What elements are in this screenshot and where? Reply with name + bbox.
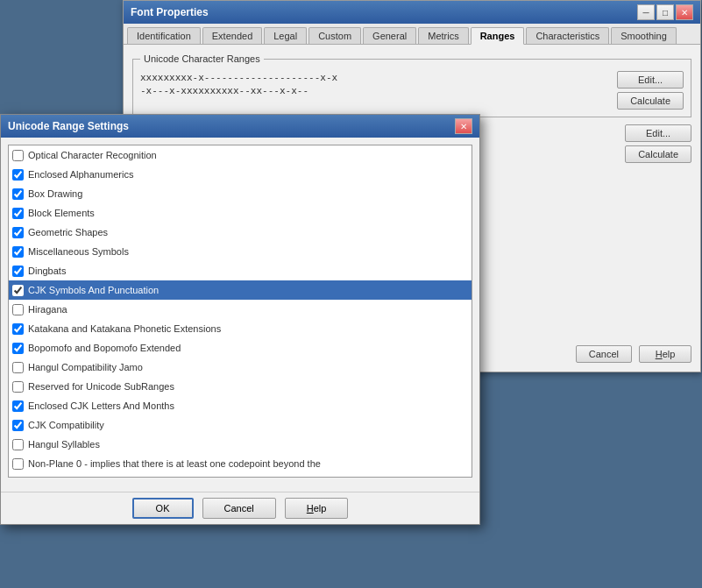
range-checkbox[interactable] — [12, 285, 24, 296]
edit-button-1[interactable]: Edit... — [617, 71, 684, 89]
range-checkbox[interactable] — [12, 266, 24, 277]
unicode-line-1: xxxxxxxxx-x--------------------x-x — [140, 71, 610, 84]
range-checkbox[interactable] — [12, 208, 24, 219]
title-bar-controls: ─ □ ✕ — [637, 4, 693, 20]
list-item[interactable]: Optical Character Recognition — [9, 145, 472, 165]
list-item[interactable]: Dingbats — [9, 261, 472, 280]
list-item[interactable]: Bopomofo and Bopomofo Extended — [9, 338, 472, 358]
dialog-close-button[interactable]: ✕ — [455, 118, 472, 134]
dialog-title-controls: ✕ — [455, 118, 472, 134]
list-item[interactable]: Non-Plane 0 - implies that there is at l… — [9, 454, 472, 473]
list-item[interactable]: Hiragana — [9, 300, 472, 319]
close-button[interactable]: ✕ — [676, 4, 693, 20]
range-label: Hangul Syllables — [28, 439, 100, 450]
list-item[interactable]: Reserved for Unicode SubRanges — [9, 377, 472, 396]
range-label: Miscellaneous Symbols — [28, 246, 129, 257]
unicode-line-2: -x---x-xxxxxxxxxx--xx---x-x-- — [140, 84, 610, 97]
tab-metrics[interactable]: Metrics — [418, 27, 468, 44]
list-item[interactable]: Hangul Syllables — [9, 435, 472, 454]
range-checkbox[interactable] — [12, 381, 24, 393]
range-checkbox[interactable] — [12, 458, 24, 470]
tab-legal[interactable]: Legal — [264, 27, 307, 44]
range-label: Reserved for Unicode SubRanges — [28, 381, 174, 392]
range-label: CJK Compatibility — [28, 420, 104, 430]
list-item[interactable]: CJK Compatibility — [9, 415, 472, 435]
tab-characteristics[interactable]: Characteristics — [526, 27, 609, 44]
main-title-bar: Font Properties ─ □ ✕ — [124, 1, 700, 24]
tab-ranges[interactable]: Ranges — [471, 27, 525, 45]
help-label: Help — [656, 349, 676, 359]
main-cancel-button[interactable]: Cancel — [576, 345, 632, 363]
dialog-buttons: OK Cancel Help — [1, 492, 479, 524]
list-item[interactable]: Geometric Shapes — [9, 223, 472, 242]
list-item[interactable]: Block Elements — [9, 203, 472, 223]
tab-extended[interactable]: Extended — [202, 27, 262, 44]
buttons-col-1: Edit... Calculate — [617, 71, 684, 110]
range-label: Hangul Compatibility Jamo — [28, 362, 143, 372]
range-checkbox[interactable] — [12, 304, 24, 315]
unicode-lines: xxxxxxxxx-x--------------------x-x -x---… — [140, 71, 610, 98]
range-list[interactable]: Optical Character RecognitionEnclosed Al… — [8, 145, 472, 478]
minimize-button[interactable]: ─ — [637, 4, 655, 20]
range-label: Non-Plane 0 - implies that there is at l… — [28, 458, 321, 469]
range-checkbox[interactable] — [12, 478, 24, 478]
tab-identification[interactable]: Identification — [127, 27, 201, 44]
range-checkbox[interactable] — [12, 246, 24, 258]
list-item[interactable]: Reserved for Unicode SubRanges — [9, 473, 472, 478]
list-item[interactable]: Enclosed Alphanumerics — [9, 165, 472, 184]
maximize-button[interactable]: □ — [656, 4, 674, 20]
range-checkbox[interactable] — [12, 323, 24, 335]
dialog-content: Optical Character RecognitionEnclosed Al… — [1, 138, 479, 492]
tab-general[interactable]: General — [363, 27, 416, 44]
range-label: Enclosed Alphanumerics — [28, 169, 133, 180]
list-item[interactable]: Katakana and Katakana Phonetic Extension… — [9, 319, 472, 338]
range-label: Hiragana — [28, 304, 67, 315]
unicode-ranges-group: Unicode Character Ranges xxxxxxxxx-x----… — [132, 53, 691, 117]
list-item[interactable]: Miscellaneous Symbols — [9, 242, 472, 261]
range-checkbox[interactable] — [12, 400, 24, 412]
range-label: Geometric Shapes — [28, 227, 108, 237]
help-button[interactable]: Help — [285, 498, 349, 519]
list-item[interactable]: CJK Symbols And Punctuation — [9, 280, 472, 300]
main-window-title: Font Properties — [131, 6, 209, 18]
dialog-title: Unicode Range Settings — [8, 120, 129, 132]
range-checkbox[interactable] — [12, 420, 24, 431]
range-checkbox[interactable] — [12, 439, 24, 450]
range-checkbox[interactable] — [12, 169, 24, 181]
unicode-row: xxxxxxxxx-x--------------------x-x -x---… — [140, 71, 684, 110]
group-legend: Unicode Character Ranges — [140, 53, 264, 64]
range-checkbox[interactable] — [12, 188, 24, 200]
main-help-button[interactable]: Help — [639, 345, 691, 363]
cancel-button[interactable]: Cancel — [202, 498, 276, 519]
ok-button[interactable]: OK — [132, 498, 194, 519]
dialog-title-bar: Unicode Range Settings ✕ — [1, 115, 479, 138]
unicode-range-dialog: Unicode Range Settings ✕ Optical Charact… — [0, 114, 480, 525]
range-checkbox[interactable] — [12, 343, 24, 354]
edit-button-2[interactable]: Edit... — [625, 124, 691, 142]
help-underline: Help — [307, 503, 327, 514]
calculate-button-2[interactable]: Calculate — [625, 145, 691, 163]
range-label: Bopomofo and Bopomofo Extended — [28, 343, 181, 353]
range-label: Box Drawing — [28, 188, 82, 199]
range-checkbox[interactable] — [12, 362, 24, 373]
buttons-col-2: Edit... Calculate — [625, 124, 691, 163]
list-item[interactable]: Enclosed CJK Letters And Months — [9, 396, 472, 415]
tabs-bar: Identification Extended Legal Custom Gen… — [124, 24, 700, 45]
list-item[interactable]: Hangul Compatibility Jamo — [9, 358, 472, 377]
range-label: Enclosed CJK Letters And Months — [28, 400, 174, 411]
range-label: Katakana and Katakana Phonetic Extension… — [28, 323, 221, 334]
range-checkbox[interactable] — [12, 150, 24, 161]
range-checkbox[interactable] — [12, 227, 24, 238]
list-item[interactable]: Box Drawing — [9, 184, 472, 203]
range-label: Block Elements — [28, 208, 95, 218]
range-label: Optical Character Recognition — [28, 150, 157, 160]
tab-smoothing[interactable]: Smoothing — [611, 27, 677, 44]
calculate-button-1[interactable]: Calculate — [617, 92, 684, 110]
tab-custom[interactable]: Custom — [308, 27, 361, 44]
range-label: CJK Symbols And Punctuation — [28, 285, 159, 295]
range-label: Dingbats — [28, 266, 66, 276]
